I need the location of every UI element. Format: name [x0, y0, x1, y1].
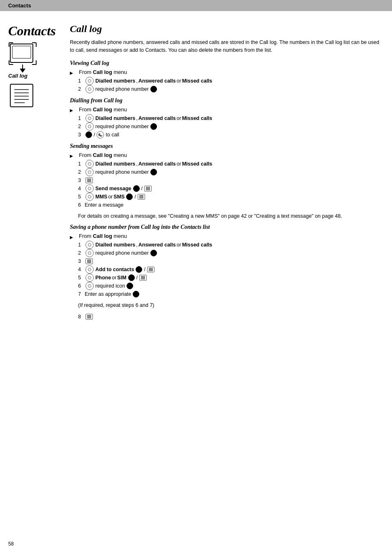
select-icon — [133, 185, 140, 192]
main-content: Call log Recently dialled phone numbers,… — [66, 19, 392, 329]
select-icon — [150, 169, 157, 175]
nav-icon — [85, 282, 94, 290]
call-icon — [97, 131, 104, 138]
section-heading-dialling: Dialling from Call log — [70, 97, 380, 104]
nav-icon — [85, 184, 94, 193]
section-heading-viewing: Viewing Call log — [70, 60, 380, 67]
step-item: 6 required icon — [78, 282, 380, 290]
step-list-saving-end: 8 — [78, 313, 380, 321]
step-item: 1 Dialled numbers, Answered calls or Mis… — [78, 160, 380, 168]
menu-icon — [85, 314, 93, 320]
step-item: 4 Add to contacts / — [78, 265, 380, 274]
step-item: 1 Dialled numbers, Answered calls or Mis… — [78, 241, 380, 249]
page-number: 58 — [8, 541, 14, 547]
sidebar: Contacts Call log — [0, 19, 66, 329]
nav-icon — [85, 265, 94, 274]
step-item: 8 — [78, 313, 380, 321]
nav-icon — [85, 274, 94, 282]
nav-icon — [85, 85, 94, 93]
svg-marker-3 — [20, 69, 25, 73]
select-icon — [128, 274, 135, 281]
sidebar-contacts-title: Contacts — [8, 23, 56, 39]
step-list-dialling: 1 Dialled numbers, Answered calls or Mis… — [78, 114, 380, 139]
header-title: Contacts — [8, 2, 31, 9]
intro-text: Recently dialled phone numbers, answered… — [70, 39, 380, 54]
step-item: 2 required phone number — [78, 249, 380, 257]
svg-rect-4 — [10, 84, 33, 107]
svg-rect-1 — [12, 46, 31, 58]
sending-note: For details on creating a message, see "… — [78, 212, 380, 220]
nav-icon — [85, 114, 94, 122]
step-item: 3 — [78, 176, 380, 184]
from-menu-row-dialling: From Call log menu — [70, 106, 380, 113]
step-item: 1 Dialled numbers, Answered calls or Mis… — [78, 114, 380, 122]
select-icon — [150, 86, 157, 92]
arrow-icon-viewing — [70, 69, 77, 74]
step-item: 5 Phone or SIM / — [78, 274, 380, 282]
select-icon — [126, 193, 133, 200]
call-log-phone-icon — [8, 82, 39, 109]
from-menu-row-saving: From Call log menu — [70, 233, 380, 239]
select-icon — [150, 250, 157, 256]
nav-icon — [85, 249, 94, 257]
nav-icon — [85, 168, 94, 176]
section-sending: Sending messages From Call log menu 1 Di… — [70, 143, 380, 220]
step-list-sending: 1 Dialled numbers, Answered calls or Mis… — [78, 160, 380, 209]
menu-icon — [138, 194, 145, 200]
select-icon — [127, 283, 133, 289]
step-item: 3 — [78, 257, 380, 265]
select-icon — [136, 266, 142, 273]
section-saving: Saving a phone number from Call log into… — [70, 224, 380, 321]
menu-icon — [139, 275, 147, 281]
nav-icon — [85, 241, 94, 249]
arrow-icon-saving — [70, 234, 77, 239]
select-icon — [133, 291, 139, 297]
sidebar-call-log-label: Call log — [8, 73, 28, 79]
nav-icon — [85, 77, 94, 85]
select-icon — [150, 123, 157, 130]
step-item: 2 required phone number — [78, 122, 380, 131]
nav-icon — [85, 160, 94, 168]
step-item: 5 MMS or SMS / — [78, 193, 380, 201]
saving-sub-note: (If required, repeat steps 6 and 7) — [78, 302, 380, 309]
step-list-viewing: 1 Dialled numbers, Answered calls or Mis… — [78, 77, 380, 93]
step-item: 6 Enter a message — [78, 201, 380, 209]
nav-icon — [85, 193, 94, 201]
svg-rect-0 — [10, 44, 33, 62]
menu-icon — [144, 186, 152, 191]
contacts-phone-icon — [8, 42, 41, 73]
from-menu-row-sending: From Call log menu — [70, 152, 380, 158]
step-item: 4 Send message / — [78, 184, 380, 193]
page-heading: Call log — [70, 23, 380, 35]
section-dialling: Dialling from Call log From Call log men… — [70, 97, 380, 139]
arrow-icon-sending — [70, 152, 77, 157]
step-item: 7 Enter as appropriate — [78, 290, 380, 298]
section-viewing: Viewing Call log From Call log menu 1 Di… — [70, 60, 380, 93]
menu-icon — [85, 177, 93, 183]
step-item: 2 required phone number — [78, 168, 380, 176]
menu-icon — [85, 258, 93, 264]
header-bar: Contacts — [0, 0, 392, 11]
step-item: 2 required phone number — [78, 85, 380, 93]
section-heading-saving: Saving a phone number from Call log into… — [70, 224, 380, 230]
select-icon — [85, 131, 92, 138]
section-heading-sending: Sending messages — [70, 143, 380, 150]
step-item: 3 / to call — [78, 131, 380, 139]
step-list-saving: 1 Dialled numbers, Answered calls or Mis… — [78, 241, 380, 298]
nav-icon — [85, 122, 94, 131]
step-item: 1 Dialled numbers, Answered calls or Mis… — [78, 77, 380, 85]
arrow-icon-dialling — [70, 107, 77, 112]
menu-icon — [147, 267, 154, 272]
from-menu-row-viewing: From Call log menu — [70, 69, 380, 75]
